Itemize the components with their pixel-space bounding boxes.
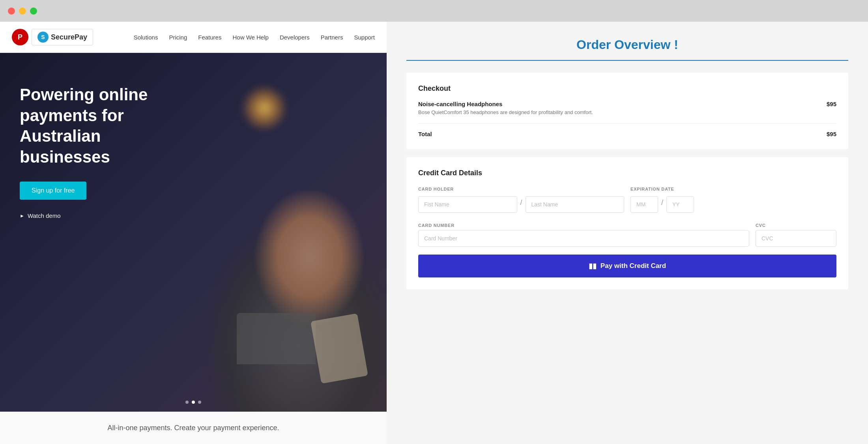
total-label: Total xyxy=(418,131,432,137)
browser-chrome xyxy=(0,0,868,22)
main-layout: P S SecurePay Solutions Pricing Features… xyxy=(0,22,868,444)
product-description: Bose QuietComfort 35 headphones are desi… xyxy=(418,109,593,116)
product-info: Noise-cancelling Headphones Bose QuietCo… xyxy=(418,101,593,116)
checkout-section: Checkout Noise-cancelling Headphones Bos… xyxy=(406,73,848,149)
securepay-icon: S xyxy=(37,32,49,43)
website-section: P S SecurePay Solutions Pricing Features… xyxy=(0,22,387,444)
close-button[interactable] xyxy=(8,7,15,15)
expiry-month-input[interactable] xyxy=(630,196,658,213)
order-divider xyxy=(406,60,848,61)
watch-demo-label: Watch demo xyxy=(28,212,61,219)
card-number-group: CARD NUMBER xyxy=(418,223,749,247)
card-number-cvc-row: CARD NUMBER CVC xyxy=(418,223,836,247)
cvc-input[interactable] xyxy=(756,230,836,247)
tagline-bar: All-in-one payments. Create your payment… xyxy=(0,412,387,444)
nav-links: Solutions Pricing Features How We Help D… xyxy=(134,34,375,41)
pay-button-label: Pay with Credit Card xyxy=(600,262,666,270)
maximize-button[interactable] xyxy=(30,7,37,15)
last-name-input[interactable] xyxy=(526,196,625,213)
post-logo: P xyxy=(12,29,28,45)
nav-features[interactable]: Features xyxy=(198,34,221,41)
product-name: Noise-cancelling Headphones xyxy=(418,101,593,107)
logo-area: P S SecurePay xyxy=(12,29,93,45)
play-icon: ► xyxy=(20,213,24,219)
product-row: Noise-cancelling Headphones Bose QuietCo… xyxy=(418,101,836,116)
card-number-input[interactable] xyxy=(418,230,749,247)
expiry-group: EXPIRATION DATE / xyxy=(630,187,836,215)
securepay-logo[interactable]: S SecurePay xyxy=(32,29,93,45)
product-price: $95 xyxy=(827,101,836,107)
order-panel: Order Overview ! Checkout Noise-cancelli… xyxy=(387,22,868,444)
credit-card-icon: ▮▮ xyxy=(589,262,597,270)
signup-button[interactable]: Sign up for free xyxy=(20,182,86,200)
nav-partners[interactable]: Partners xyxy=(321,34,343,41)
checkout-label: Checkout xyxy=(418,84,836,93)
card-section-title: Credit Card Details xyxy=(418,169,836,177)
card-number-label: CARD NUMBER xyxy=(418,223,749,228)
post-logo-letter: P xyxy=(18,33,22,41)
expiry-separator: / xyxy=(661,194,663,215)
section-divider xyxy=(418,123,836,124)
card-holder-label: CARD HOLDER xyxy=(418,187,624,191)
first-name-input[interactable] xyxy=(418,196,517,213)
tagline-text: All-in-one payments. Create your payment… xyxy=(107,424,279,432)
expiration-label: EXPIRATION DATE xyxy=(630,187,836,191)
nav-how-we-help[interactable]: How We Help xyxy=(232,34,268,41)
nav-support[interactable]: Support xyxy=(354,34,375,41)
dot-3[interactable] xyxy=(198,401,201,404)
dot-1[interactable] xyxy=(185,401,189,404)
hero-title: Powering online payments for Australian … xyxy=(20,84,185,167)
card-details-section: Credit Card Details CARD HOLDER / EXPIRA… xyxy=(406,157,848,289)
nav-developers[interactable]: Developers xyxy=(280,34,310,41)
carousel-dots xyxy=(185,401,201,404)
hero-content: Powering online payments for Australian … xyxy=(0,53,387,251)
cvc-group: CVC xyxy=(756,223,836,247)
hero-section: Powering online payments for Australian … xyxy=(0,53,387,412)
navigation: P S SecurePay Solutions Pricing Features… xyxy=(0,22,387,53)
expiry-year-input[interactable] xyxy=(666,196,694,213)
laptop-illustration xyxy=(237,313,316,364)
card-holder-expiry-row: CARD HOLDER / EXPIRATION DATE / xyxy=(418,187,836,215)
total-row: Total $95 xyxy=(418,131,836,137)
watch-demo-link[interactable]: ► Watch demo xyxy=(20,212,367,219)
name-separator: / xyxy=(520,194,522,215)
card-holder-group: CARD HOLDER / xyxy=(418,187,624,215)
s-letter: S xyxy=(41,34,45,40)
cvc-label: CVC xyxy=(756,223,836,228)
nav-pricing[interactable]: Pricing xyxy=(169,34,187,41)
order-title: Order Overview ! xyxy=(406,37,848,52)
securepay-text: SecurePay xyxy=(51,33,87,41)
pay-button[interactable]: ▮▮ Pay with Credit Card xyxy=(418,255,836,277)
minimize-button[interactable] xyxy=(19,7,26,15)
total-price: $95 xyxy=(827,131,836,137)
dot-2[interactable] xyxy=(192,401,195,404)
nav-solutions[interactable]: Solutions xyxy=(134,34,158,41)
